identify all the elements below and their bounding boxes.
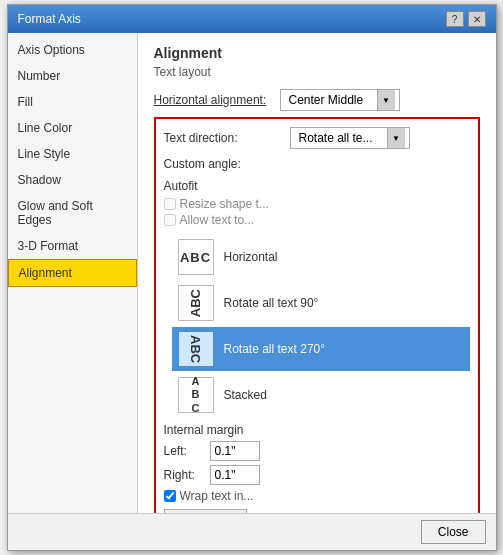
main-content: Alignment Text layout Horizontal alignme… [138,33,496,513]
close-title-button[interactable]: ✕ [468,11,486,27]
text-direction-section: Text direction: Rotate all te... ▼ Custo… [154,117,480,513]
horizontal-alignment-row: Horizontal alignment: Center Middle ▼ [154,89,480,111]
resize-shape-row: Resize shape t... [164,197,470,211]
autofit-section: Autofit Resize shape t... Allow text to.… [164,179,470,227]
dialog-body: Axis Options Number Fill Line Color Line… [8,33,496,513]
right-margin-row: Right: [164,465,470,485]
right-label: Right: [164,468,204,482]
text-direction-label: Text direction: [164,131,284,145]
option-rotate90-icon: ABC [178,285,214,321]
section-title: Alignment [154,45,480,61]
option-rotate270-label: Rotate all text 270° [224,342,326,356]
horizontal-alignment-label: Horizontal alignment: [154,93,274,107]
sidebar-item-3d-format[interactable]: 3-D Format [8,233,137,259]
allow-text-label: Allow text to... [180,213,255,227]
format-axis-dialog: Format Axis ? ✕ Axis Options Number Fill… [7,4,497,551]
sidebar-item-axis-options[interactable]: Axis Options [8,37,137,63]
text-direction-row: Text direction: Rotate all te... ▼ [164,127,470,149]
sidebar-item-fill[interactable]: Fill [8,89,137,115]
autofit-label: Autofit [164,179,470,193]
wrap-text-row: Wrap text in... [164,489,470,503]
wrap-text-label: Wrap text in... [180,489,254,503]
internal-margin-label: Internal margin [164,423,470,437]
option-rotate90[interactable]: ABC Rotate all text 90° [172,281,470,325]
horizontal-alignment-arrow[interactable]: ▼ [377,90,395,110]
text-direction-dropdown[interactable]: Rotate all te... ▼ [290,127,410,149]
horizontal-alignment-dropdown[interactable]: Center Middle ▼ [280,89,400,111]
option-horizontal-label: Horizontal [224,250,278,264]
option-horizontal-icon: ABC [178,239,214,275]
custom-angle-row: Custom angle: [164,157,470,171]
sidebar-item-glow-soft-edges[interactable]: Glow and Soft Edges [8,193,137,233]
left-label: Left: [164,444,204,458]
left-input[interactable] [210,441,260,461]
sidebar-item-number[interactable]: Number [8,63,137,89]
left-margin-row: Left: [164,441,470,461]
allow-text-checkbox[interactable] [164,214,176,226]
option-rotate270[interactable]: ABC Rotate all text 270° [172,327,470,371]
section-subtitle: Text layout [154,65,480,79]
option-rotate90-label: Rotate all text 90° [224,296,319,310]
option-stacked-icon: ABC [178,377,214,413]
right-input[interactable] [210,465,260,485]
sidebar-item-line-style[interactable]: Line Style [8,141,137,167]
resize-shape-checkbox[interactable] [164,198,176,210]
internal-margin-section: Internal margin Left: Right: Wrap text i… [164,423,470,513]
custom-angle-label: Custom angle: [164,157,284,171]
text-direction-options: ABC Horizontal ABC Rotate all text 90° [172,235,470,417]
sidebar: Axis Options Number Fill Line Color Line… [8,33,138,513]
sidebar-item-alignment[interactable]: Alignment [8,259,137,287]
sidebar-item-line-color[interactable]: Line Color [8,115,137,141]
columns-button[interactable]: Columns... [164,509,247,513]
option-stacked[interactable]: ABC Stacked [172,373,470,417]
sidebar-item-shadow[interactable]: Shadow [8,167,137,193]
title-bar-buttons: ? ✕ [446,11,486,27]
wrap-text-checkbox[interactable] [164,490,176,502]
allow-text-row: Allow text to... [164,213,470,227]
option-rotate270-icon: ABC [178,331,214,367]
title-bar: Format Axis ? ✕ [8,5,496,33]
option-horizontal[interactable]: ABC Horizontal [172,235,470,279]
dialog-footer: Close [8,513,496,550]
text-direction-arrow[interactable]: ▼ [387,128,405,148]
close-button[interactable]: Close [421,520,486,544]
dialog-title: Format Axis [18,12,81,26]
help-button[interactable]: ? [446,11,464,27]
option-stacked-label: Stacked [224,388,267,402]
resize-shape-label: Resize shape t... [180,197,269,211]
